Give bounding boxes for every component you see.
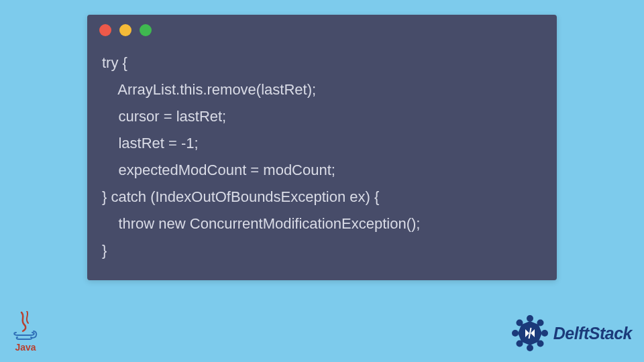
svg-point-2 — [541, 330, 548, 337]
java-icon — [12, 311, 39, 341]
minimize-dot-icon — [119, 24, 131, 36]
footer: Java — [12, 311, 632, 353]
svg-point-4 — [527, 345, 533, 351]
svg-point-0 — [527, 315, 533, 322]
code-window: try { ArrayList.this.remove(lastRet); cu… — [87, 15, 557, 280]
delftstack-logo: DelftStack — [511, 314, 632, 353]
java-logo: Java — [12, 311, 39, 353]
maximize-dot-icon — [140, 24, 152, 36]
code-block: try { ArrayList.this.remove(lastRet); cu… — [87, 42, 557, 264]
window-controls — [87, 15, 557, 42]
svg-point-6 — [512, 330, 519, 337]
close-dot-icon — [99, 24, 111, 36]
delftstack-badge-icon — [511, 314, 549, 353]
java-label: Java — [15, 342, 36, 353]
delftstack-label: DelftStack — [553, 324, 632, 343]
